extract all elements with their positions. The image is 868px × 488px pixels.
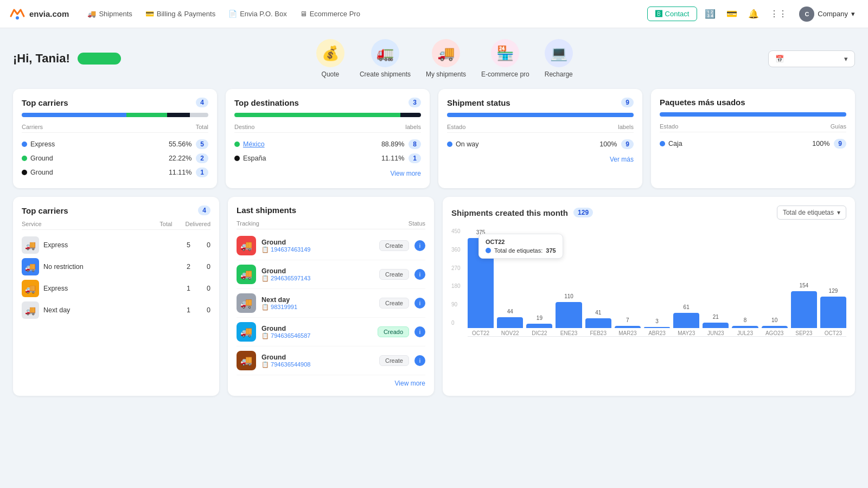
info-icon-4[interactable]: i xyxy=(414,355,425,366)
create-button-2[interactable]: Create xyxy=(379,298,409,309)
bar-col-jul23: 8JUL23 xyxy=(732,326,758,336)
info-icon-3[interactable]: i xyxy=(414,326,425,337)
recharge-icon-wrap: 💻 xyxy=(545,39,573,67)
company-button[interactable]: C Company ▾ xyxy=(795,3,859,25)
calendar-icon: 📅 xyxy=(775,55,784,63)
brand-name: envia.com xyxy=(29,9,69,18)
list-item: 🚚 Ground 📋 794636546587 Creado i xyxy=(237,318,425,346)
quick-action-quote[interactable]: 💰 Quote xyxy=(316,39,344,78)
paquetes-card: Paquetes más usados Estado Guías Caja 10… xyxy=(651,89,855,188)
bar-express xyxy=(22,113,126,117)
dest-bar-mexico xyxy=(234,113,400,117)
shipment-info: Ground 📋 794636546587 xyxy=(261,325,372,339)
info-icon-2[interactable]: i xyxy=(414,298,425,309)
quick-action-my-shipments[interactable]: 🚚 My shipments xyxy=(426,39,466,78)
carrier-count-express: 5 xyxy=(196,139,208,149)
bar-rect xyxy=(468,238,494,328)
calculator-button[interactable]: 🔢 xyxy=(701,5,719,22)
bottom-row: Top carriers 4 Service Total Delivered 🚚… xyxy=(13,197,855,396)
dot-blue xyxy=(22,142,27,147)
top-destinations-view-more[interactable]: View more xyxy=(234,170,421,177)
nav-pobox[interactable]: 📄 Envia P.O. Box xyxy=(223,7,292,21)
carrier-row-express: Express 55.56% 5 xyxy=(22,137,208,151)
shipment-info: Ground 📋 194637463149 xyxy=(261,239,374,253)
top-destinations-title: Top destinations xyxy=(234,98,299,107)
nav-billing[interactable]: 💳 Billing & Payments xyxy=(140,7,221,21)
quick-action-recharge[interactable]: 💻 Recharge xyxy=(545,39,573,78)
shipment-info: Ground 📋 294636597143 xyxy=(261,267,374,282)
create-button-4[interactable]: Create xyxy=(379,355,409,366)
list-item: 🚚 Ground 📋 194637463149 Create i xyxy=(237,232,425,260)
bar-col-oct23: 129OCT23 xyxy=(820,297,846,336)
quick-action-create-shipments[interactable]: 🚛 Create shipments xyxy=(360,39,411,78)
shipment-status-header: Shipment status 9 xyxy=(447,98,634,107)
create-button-1[interactable]: Create xyxy=(379,269,409,280)
dot-mexico xyxy=(234,142,240,147)
nav-links: 🚚 Shipments 💳 Billing & Payments 📄 Envia… xyxy=(82,7,366,21)
bar-rect xyxy=(497,317,523,328)
carrier-icon-red: 🚚 xyxy=(237,236,256,255)
info-icon-0[interactable]: i xyxy=(414,240,425,251)
carriers-2-col-header: Service Total Delivered xyxy=(22,221,210,230)
table-row: 🚚 No restriction 2 0 xyxy=(22,256,210,278)
chevron-down-icon: ▾ xyxy=(851,10,855,18)
carrier-icon-green: 🚚 xyxy=(237,265,256,284)
carrier-count-ground-green: 2 xyxy=(196,153,208,163)
carrier-icon-teal: 🚚 xyxy=(237,322,256,342)
truck-icon: 🚚 xyxy=(87,10,96,18)
tracking-link[interactable]: 📋 98319991 xyxy=(261,304,374,311)
notification-button[interactable]: 🔔 xyxy=(745,5,762,22)
shipments-chart-card: Shipments created this month 129 Total d… xyxy=(443,197,855,396)
contact-button[interactable]: 🅱 Contact xyxy=(647,7,698,21)
shipment-status-badge: 9 xyxy=(621,98,634,107)
date-picker-button[interactable]: 📅 ▾ xyxy=(768,50,855,67)
top-carriers-badge: 4 xyxy=(196,98,208,107)
copy-icon: 📋 xyxy=(261,361,269,368)
last-shipments-view-more[interactable]: View more xyxy=(237,380,425,387)
dot-onway xyxy=(447,142,452,147)
my-shipments-icon: 🚚 xyxy=(437,45,455,62)
dest-count-mexico: 8 xyxy=(409,139,421,149)
shipment-status-view-more[interactable]: Ver más xyxy=(447,156,634,163)
bar-col-oct22: 375OCT22 xyxy=(468,238,494,336)
card-button[interactable]: 💳 xyxy=(723,5,741,22)
shipment-status-card: Shipment status 9 Estado labels On way 1… xyxy=(438,89,642,188)
list-item: 🚚 Next day 📋 98319991 Create i xyxy=(237,289,425,318)
top-carriers-bar xyxy=(22,113,208,117)
bar-ground-green xyxy=(126,113,168,117)
express-yellow-icon: 🚚 xyxy=(22,280,39,297)
nav-right: 🅱 Contact 🔢 💳 🔔 ⋮⋮ C Company ▾ xyxy=(647,3,859,25)
bar-rect xyxy=(820,297,846,328)
my-shipments-icon-wrap: 🚚 xyxy=(432,39,460,67)
info-icon-1[interactable]: i xyxy=(414,269,425,280)
table-row: 🚚 Express 1 0 xyxy=(22,278,210,299)
top-destinations-header: Top destinations 3 xyxy=(234,98,421,107)
chevron-down-icon: ▾ xyxy=(837,209,840,216)
bar-col-may23: 61MAY23 xyxy=(673,313,699,336)
create-button-0[interactable]: Create xyxy=(379,240,409,251)
dest-row-mexico: México 88.89% 8 xyxy=(234,137,421,151)
tracking-link[interactable]: 📋 794636546587 xyxy=(261,332,372,339)
grid-button[interactable]: ⋮⋮ xyxy=(767,5,790,22)
chart-select-button[interactable]: Total de etiquetas ▾ xyxy=(777,206,846,220)
top-destinations-col-header: Destino labels xyxy=(234,124,421,133)
nav-ecommerce[interactable]: 🖥 Ecommerce Pro xyxy=(295,7,366,21)
tracking-link[interactable]: 📋 294636597143 xyxy=(261,275,374,282)
tracking-link[interactable]: 📋 194637463149 xyxy=(261,246,374,253)
last-shipments-title: Last shipments xyxy=(237,206,296,215)
bar-rect xyxy=(526,324,552,328)
create-shipments-icon: 🚛 xyxy=(376,45,394,62)
status-pill xyxy=(78,53,121,65)
quick-actions: 💰 Quote 🚛 Create shipments 🚚 My shipment… xyxy=(143,39,746,78)
logo[interactable]: envia.com xyxy=(9,5,69,23)
shipment-info: Ground 📋 794636544908 xyxy=(261,354,374,368)
express-icon: 🚚 xyxy=(22,236,39,254)
create-shipments-icon-wrap: 🚛 xyxy=(371,39,399,67)
dot-dark xyxy=(22,170,27,175)
paquetes-title: Paquetes más usados xyxy=(660,98,745,107)
tracking-link[interactable]: 📋 794636544908 xyxy=(261,361,374,368)
creado-button-3[interactable]: Creado xyxy=(378,326,409,337)
copy-icon: 📋 xyxy=(261,304,269,310)
quick-action-ecommerce-pro[interactable]: 🏪 E-commerce pro xyxy=(481,39,529,78)
nav-shipments[interactable]: 🚚 Shipments xyxy=(82,7,137,21)
